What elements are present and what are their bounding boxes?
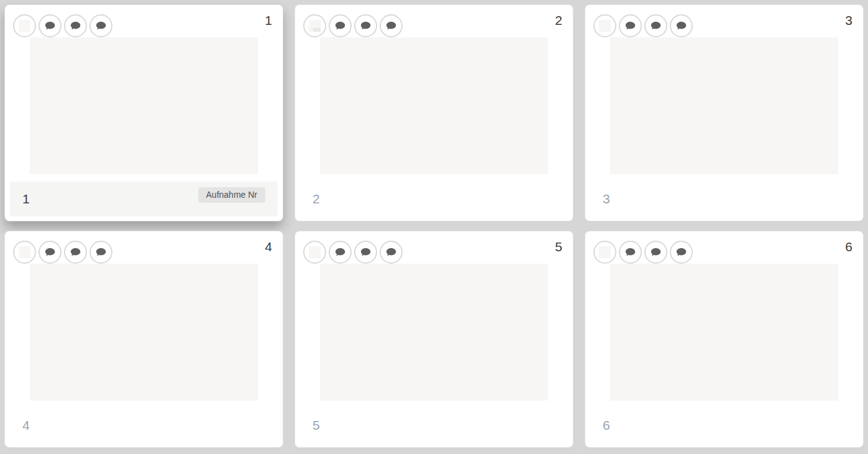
map-card-1[interactable]: Lange StraßeAm StadtwallAm StadtgrabenLu… (5, 5, 283, 221)
ellipsis-icon: straßeDelmenhorstttekindstraßeuisenstraß… (309, 246, 321, 258)
more-options-button[interactable]: straßeDelmenhorstttekindstraßeuisenstraß… (303, 241, 326, 264)
ellipsis-icon: ßeRichtstraßeWolleparkHeinrich-Dodgen-St… (309, 20, 321, 32)
footer-number: 2 (313, 192, 320, 205)
speech-bubble-icon (95, 20, 107, 32)
card-footer: 2 (300, 182, 568, 216)
map-thumbnail[interactable] (30, 264, 258, 401)
map-thumbnail[interactable] (30, 37, 258, 174)
speech-bubble-icon (650, 246, 662, 258)
comment-button-1[interactable] (39, 14, 62, 37)
comment-button-1[interactable] (619, 14, 642, 37)
comment-button-3[interactable] (89, 241, 112, 264)
card-action-buttons: straßeDelmenhorstttekindstraßeuisenstraß… (303, 241, 403, 264)
card-number: 2 (555, 12, 562, 28)
speech-bubble-icon (675, 20, 687, 32)
card-action-buttons: straßeDelmenhorstttekindstraßeuisenstraß… (593, 14, 693, 37)
map-canvas (320, 264, 548, 401)
map-card-6[interactable]: Bruno KleineWeberstraßeDelmenhorstWittek… (585, 231, 863, 447)
speech-bubble-icon (44, 20, 56, 32)
page: { "page": { "background_color": "#d6d6d6… (0, 0, 868, 454)
card-number: 3 (845, 12, 852, 28)
comment-button-2[interactable] (644, 241, 667, 264)
comment-button-3[interactable] (380, 241, 403, 264)
more-options-button[interactable]: Bruno KleineWeberstraßeDelmenhorstWittek… (593, 241, 616, 264)
speech-bubble-icon (70, 246, 81, 258)
speech-bubble-icon (385, 20, 397, 32)
card-footer: 5 (300, 408, 568, 443)
comment-button-3[interactable] (89, 14, 112, 37)
comment-button-1[interactable] (329, 14, 352, 37)
ellipsis-icon: Bruno KleineWeberstraßeDelmenhorstWittek… (599, 246, 611, 258)
card-action-buttons: Bruno KleineWeberstraßeDelmenhorstWittek… (593, 241, 693, 264)
speech-bubble-icon (360, 20, 372, 32)
footer-number: 4 (22, 419, 30, 432)
more-options-button[interactable]: straßeDelmenhorstttekindstraßeuisenstraß… (13, 241, 36, 264)
comment-button-3[interactable] (380, 14, 403, 37)
map-canvas (30, 37, 258, 174)
card-action-buttons: ßeRichtstraßeWolleparkHeinrich-Dodgen-St… (303, 14, 403, 37)
card-action-buttons: Lange StraßeAm StadtwallAm StadtgrabenLu… (13, 14, 112, 37)
ellipsis-icon: straßeDelmenhorstttekindstraßeuisenstraß… (599, 20, 611, 32)
map-thumbnail[interactable] (610, 264, 838, 401)
comment-button-1[interactable] (619, 241, 642, 264)
card-grid: Lange StraßeAm StadtwallAm StadtgrabenLu… (0, 0, 868, 452)
map-thumbnail[interactable] (320, 37, 548, 174)
footer-number: 1 (22, 192, 30, 205)
comment-button-3[interactable] (670, 14, 693, 37)
comment-button-1[interactable] (39, 241, 62, 264)
map-thumbnail[interactable] (320, 264, 548, 401)
more-options-button[interactable]: ßeRichtstraßeWolleparkHeinrich-Dodgen-St… (303, 14, 326, 37)
card-footer: 1 Aufnahme Nr (10, 182, 278, 216)
footer-number: 6 (603, 419, 610, 432)
footer-number: 3 (603, 192, 610, 205)
card-number: 5 (555, 239, 562, 254)
map-card-2[interactable]: ßeRichtstraßeWolleparkHeinrich-Dodgen-St… (295, 5, 573, 221)
comment-button-1[interactable] (329, 241, 352, 264)
speech-bubble-icon (624, 20, 636, 32)
card-number: 6 (845, 239, 852, 254)
speech-bubble-icon (334, 246, 346, 258)
ellipsis-icon: Lange StraßeAm StadtwallAm StadtgrabenLu… (19, 20, 30, 32)
comment-button-2[interactable] (644, 14, 667, 37)
speech-bubble-icon (44, 246, 56, 258)
speech-bubble-icon (675, 246, 687, 258)
speech-bubble-icon (624, 246, 636, 258)
card-footer: 6 (590, 408, 858, 443)
aufnahme-badge[interactable]: Aufnahme Nr (198, 187, 265, 203)
comment-button-2[interactable] (64, 14, 87, 37)
map-card-4[interactable]: straßeDelmenhorstttekindstraßeuisenstraß… (5, 231, 283, 447)
speech-bubble-icon (334, 20, 346, 32)
speech-bubble-icon (650, 20, 662, 32)
comment-button-3[interactable] (670, 241, 693, 264)
map-card-5[interactable]: straßeDelmenhorstttekindstraßeuisenstraß… (295, 231, 573, 447)
map-card-3[interactable]: straßeDelmenhorstttekindstraßeuisenstraß… (585, 5, 863, 221)
ellipsis-icon: straßeDelmenhorstttekindstraßeuisenstraß… (19, 246, 30, 258)
card-number: 1 (265, 12, 272, 28)
map-canvas (30, 264, 258, 401)
card-number: 4 (265, 239, 272, 254)
comment-button-2[interactable] (354, 241, 377, 264)
card-action-buttons: straßeDelmenhorstttekindstraßeuisenstraß… (13, 241, 112, 264)
map-canvas (610, 264, 838, 401)
card-footer: 3 (590, 182, 858, 216)
footer-number: 5 (313, 419, 320, 432)
map-canvas (320, 37, 548, 174)
map-thumbnail[interactable] (610, 37, 838, 174)
speech-bubble-icon (95, 246, 107, 258)
speech-bubble-icon (360, 246, 372, 258)
more-options-button[interactable]: Lange StraßeAm StadtwallAm StadtgrabenLu… (13, 14, 36, 37)
comment-button-2[interactable] (354, 14, 377, 37)
speech-bubble-icon (385, 246, 397, 258)
more-options-button[interactable]: straßeDelmenhorstttekindstraßeuisenstraß… (593, 14, 616, 37)
comment-button-2[interactable] (64, 241, 87, 264)
speech-bubble-icon (70, 20, 81, 32)
map-canvas (610, 37, 838, 174)
card-footer: 4 (10, 408, 278, 443)
